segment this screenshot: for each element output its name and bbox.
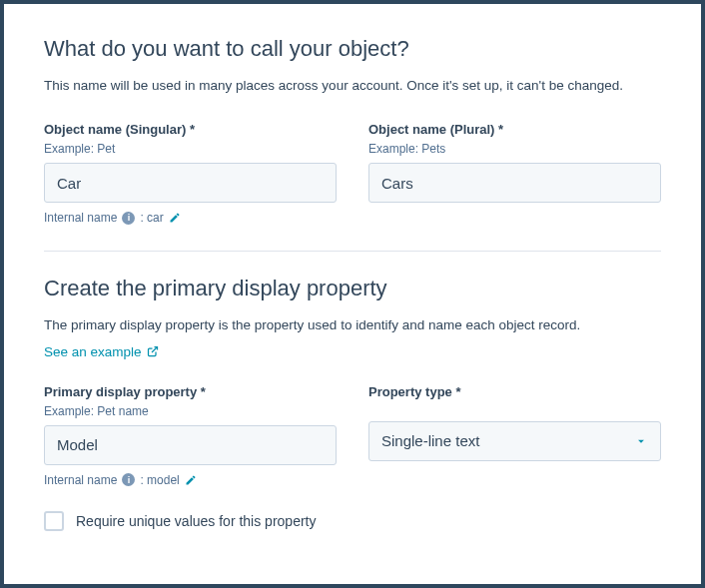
singular-example: Example: Pet <box>44 142 337 156</box>
see-example-link[interactable]: See an example <box>44 344 159 359</box>
primary-property-input[interactable] <box>44 425 337 465</box>
chevron-down-icon <box>634 434 648 448</box>
internal-name-label-2: Internal name <box>44 473 117 487</box>
edit-pencil-icon[interactable] <box>169 212 181 224</box>
external-link-icon <box>147 345 159 357</box>
info-icon[interactable]: i <box>122 212 135 225</box>
singular-label: Object name (Singular) * <box>44 122 337 137</box>
singular-field-group: Object name (Singular) * Example: Pet In… <box>44 122 337 225</box>
property-type-label: Property type * <box>368 384 661 399</box>
section1-description: This name will be used in many places ac… <box>44 76 661 96</box>
primary-property-label: Primary display property * <box>44 384 337 399</box>
section1-heading: What do you want to call your object? <box>44 36 661 62</box>
divider <box>44 251 661 252</box>
property-type-group: Property type * Single-line text <box>368 384 661 487</box>
plural-label: Object name (Plural) * <box>368 122 661 137</box>
require-unique-label: Require unique values for this property <box>76 513 316 529</box>
internal-name-label: Internal name <box>44 211 117 225</box>
property-type-select[interactable]: Single-line text <box>368 421 661 461</box>
plural-example: Example: Pets <box>368 142 661 156</box>
plural-input[interactable] <box>368 163 661 203</box>
require-unique-checkbox[interactable] <box>44 511 64 531</box>
primary-property-group: Primary display property * Example: Pet … <box>44 384 337 487</box>
singular-input[interactable] <box>44 163 337 203</box>
section2-description: The primary display property is the prop… <box>44 315 661 335</box>
edit-pencil-icon[interactable] <box>185 474 197 486</box>
form-panel: What do you want to call your object? Th… <box>0 0 705 588</box>
section2-heading: Create the primary display property <box>44 276 661 301</box>
info-icon[interactable]: i <box>122 473 135 486</box>
internal-name-value-2: : model <box>140 473 179 487</box>
property-type-value: Single-line text <box>381 432 479 449</box>
plural-field-group: Object name (Plural) * Example: Pets <box>368 122 661 225</box>
primary-property-example: Example: Pet name <box>44 404 337 418</box>
internal-name-value: : car <box>140 211 163 225</box>
